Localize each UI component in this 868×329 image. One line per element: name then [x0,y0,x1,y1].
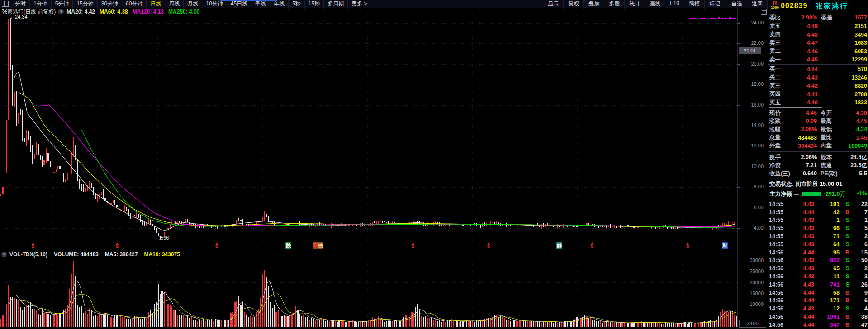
cell: 现价 [768,109,784,117]
tick-row[interactable]: 14:554.4371S2 [768,232,868,240]
all-time-high-label: ←24.34 [10,14,28,19]
tick-time: 14:56 [768,265,786,272]
tick-count: 6 [849,241,868,248]
tick-row[interactable]: 14:564.44171B6 [768,297,868,305]
cell: 卖三 [768,39,784,47]
tick-row[interactable]: 14:554.43191S22 [768,200,868,208]
axis-tick [738,283,740,283]
bid-row-买三[interactable]: 买三4.428820 [768,82,868,90]
ask-row-卖一[interactable]: 卖一4.4512299 [768,56,868,64]
tick-side: S [840,282,849,288]
tick-volume: 58 [814,290,840,296]
tick-row[interactable]: 14:564.4311S3 [768,273,868,281]
tick-volume: 1 [814,217,840,223]
axis-tick [738,43,740,44]
tick-price: 4.43 [786,225,814,231]
chevron-down-icon[interactable]: ▾ [58,9,64,14]
cell: 今开 [817,109,836,117]
axis-tick [738,126,740,126]
tick-count: 1 [849,217,868,223]
tick-time: 14:55 [768,241,786,248]
main-force-pct: -1% [857,190,868,197]
tick-price: 4.44 [786,209,814,216]
bid-row-买一[interactable]: 买一4.44570 [768,65,868,73]
tick-row[interactable]: 14:554.4366S5 [768,224,868,232]
price-axis-label: 22.00 [751,40,764,46]
tick-side: S [840,217,849,223]
tick-price: 4.44 [786,314,814,320]
chevron-down-icon[interactable]: ▾ [1,252,7,257]
tick-side: B [840,290,849,296]
weibi-row: 委比2.98%委差1577 [768,14,868,22]
price-axis-column: 21.01 X100 24.0022.0020.0018.0016.0014.0… [737,8,768,329]
tick-row[interactable]: 14:554.431S1 [768,216,868,225]
axis-tick [738,261,740,261]
tick-volume: 171 [814,297,840,304]
info-value: 304434 [784,143,817,149]
ask-row-卖四[interactable]: 卖四4.483494 [768,31,868,39]
event-badge-双榜[interactable]: 双榜 [313,242,323,249]
ask-row-卖二[interactable]: 卖二4.466053 [768,47,868,56]
bid-price: 4.41 [784,91,818,98]
volume-chart[interactable] [0,258,737,329]
event-badge-解[interactable]: 解 [556,242,562,249]
axis-tick [738,228,740,229]
ask-row-卖三[interactable]: 卖三4.471683 [768,39,868,47]
tick-row[interactable]: 14:564.44347B47 [768,321,868,329]
ask-row-卖五[interactable]: 卖五4.492151 [768,22,868,30]
cell: 最高 [817,118,836,125]
volume-axis-label: 20000 [749,280,764,285]
cell: 买三 [768,82,784,90]
bid-row-买二[interactable]: 买二4.4313246 [768,74,868,82]
cell: 外盘 [768,142,784,150]
tick-time: 14:56 [768,322,786,328]
tick-row[interactable]: 14:564.4458B9 [768,289,868,297]
tick-row[interactable]: 14:564.441091B38 [768,313,868,321]
cell: PE(动) [817,170,840,178]
sell-signal-marker: ▲S [589,242,595,248]
fin-value: 5.5 [840,170,868,177]
tick-volume: 12 [814,306,840,312]
tick-volume: 71 [814,233,840,240]
ask-price: 4.48 [784,32,818,38]
tick-row[interactable]: 14:564.43741S26 [768,281,868,289]
fin-value: 24.4亿 [840,154,868,161]
tick-row[interactable]: 14:564.43922S50 [768,257,868,265]
event-badge-财[interactable]: 财 [722,242,728,249]
list-icon[interactable] [794,191,799,196]
price-axis-label: 24.00 [751,20,764,25]
trade-status-time: 15:00:01 [820,181,842,187]
price-axis-label: 10.00 [751,164,764,169]
chart-title-row: 张家港行(日线 前复权) ▾ MA20: 4.42MA60: 4.38MA120… [2,9,204,15]
price-axis-label: 12.00 [751,143,764,148]
tick-row[interactable]: 14:564.4495B15 [768,249,868,257]
tick-row[interactable]: 14:564.4312S4 [768,305,868,313]
main-force-value: -291.0万 [824,191,845,197]
tick-side: S [840,241,849,248]
tick-row[interactable]: 14:554.4442B7 [768,208,868,216]
weibi-value: 2.98% [784,14,817,21]
tick-volume: 191 [814,201,840,207]
tick-row[interactable]: 14:554.4364S6 [768,240,868,249]
info-value: 4.45 [784,110,817,116]
axis-tick [738,105,740,106]
selected-price-box [769,99,822,108]
volume-axis-label: 15000 [749,291,764,296]
tick-volume: 347 [814,322,840,328]
axis-tick [738,294,740,294]
tick-price: 4.43 [786,282,814,288]
main-force-bar [802,192,821,196]
cell: 总量 [768,134,784,141]
volume-axis-label: 30000 [749,258,764,263]
tick-row[interactable]: 14:564.4365S2 [768,264,868,273]
panel-divider [768,108,868,108]
fin-value: 23.5亿 [840,162,868,169]
bid-row-买四[interactable]: 买四4.412788 [768,90,868,99]
tick-volume: 64 [814,241,840,248]
cell: 净资 [768,162,793,169]
event-badge-跌[interactable]: 跌 [285,242,291,249]
tick-count: 15 [849,249,868,256]
weicha-label: 委差 [817,14,835,22]
cell: 收益(三) [768,170,793,178]
kline-chart[interactable] [0,14,737,243]
